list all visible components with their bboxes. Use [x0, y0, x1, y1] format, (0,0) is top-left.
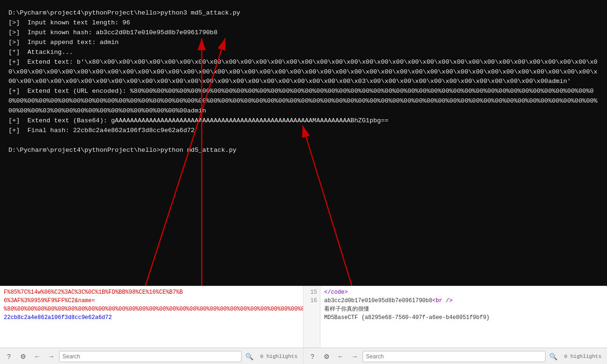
right-settings-button[interactable]: ⚙: [320, 350, 333, 363]
code-hash: ab3cc2d0b17e010e95d8b7e0961790b8: [324, 297, 432, 304]
terminal-line-11: D:\Pycharm\project4\pythonProject\hello>…: [8, 146, 599, 156]
right-forward-button[interactable]: →: [349, 350, 361, 363]
left-text-red2: 6%3AF%3%9959%F9%FF%C2&name=%80%00%00%00%…: [4, 297, 303, 312]
code-tag-1: </code>: [324, 289, 348, 296]
line-numbers: 15 16: [304, 286, 320, 348]
terminal-line-9: [+] Final hash: 22cb8c2a4e862a106f3d8cc9…: [8, 126, 599, 136]
code-ctf: MD5BaseCTF {a8295e68-7560-407f-a6ee-b4e8…: [324, 314, 490, 321]
terminal-line-6: [+] Extend text: b'\x80\x00\x00\x00\x00\…: [8, 58, 599, 87]
right-code-line2: ab3cc2d0b17e010e95d8b7e0961790b8<br />: [324, 297, 603, 305]
left-help-button[interactable]: ?: [3, 350, 15, 363]
right-content: 15 16 </code> ab3cc2d0b17e010e95d8b7e096…: [304, 286, 607, 348]
terminal-line-blank: [8, 136, 599, 146]
terminal: D:\Pycharm\project4\pythonProject\hello>…: [0, 0, 607, 286]
panel-right: 15 16 </code> ab3cc2d0b17e010e95d8b7e096…: [304, 286, 607, 364]
right-search-input[interactable]: [363, 351, 546, 362]
left-toolbar: ? ⚙ ← → 🔍 0 highlights: [0, 348, 303, 364]
panel-left: F%85%7C%14w%06%C2%3AC%3C%0C%1B%FD%BB%98%…: [0, 286, 304, 364]
terminal-line-8: [+] Extend text (Base64): gAAAAAAAAAAAAA…: [8, 116, 599, 126]
right-help-button[interactable]: ?: [306, 350, 319, 363]
left-content: F%85%7C%14w%06%C2%3AC%3C%0C%1B%FD%BB%98%…: [0, 286, 303, 348]
left-search-input[interactable]: [59, 351, 242, 362]
terminal-line-4: [>] Input append text: admin: [8, 38, 599, 48]
right-code-line1: </code>: [324, 288, 603, 297]
left-highlights-badge: 0 highlights: [258, 354, 300, 359]
right-back-button[interactable]: ←: [334, 350, 347, 363]
line-number-15: 15: [306, 288, 317, 297]
left-search-button[interactable]: 🔍: [243, 350, 256, 363]
left-text-red1: F%85%7C%14w%06%C2%3AC%3C%0C%1B%FD%BB%98%…: [4, 289, 183, 296]
terminal-line-2: [>] Input known text length: 96: [8, 18, 599, 28]
line-number-spacer2: [306, 313, 317, 322]
line-number-16: 16: [306, 297, 317, 305]
left-settings-button[interactable]: ⚙: [17, 350, 29, 363]
terminal-line-7: [+] Extend text (URL encoded): %80%00%00…: [8, 87, 599, 116]
line-number-spacer: [306, 305, 317, 313]
right-code-line3: 看样子你真的很懂: [324, 305, 603, 313]
right-code-line4: MD5BaseCTF {a8295e68-7560-407f-a6ee-b4e8…: [324, 313, 603, 322]
left-back-button[interactable]: ←: [31, 350, 43, 363]
code-br: <br />: [432, 297, 452, 304]
terminal-line-1: D:\Pycharm\project4\pythonProject\hello>…: [8, 8, 599, 18]
bottom-panel: F%85%7C%14w%06%C2%3AC%3C%0C%1B%FD%BB%98%…: [0, 286, 607, 364]
terminal-line-3: [>] Input known hash: ab3cc2d0b17e010e95…: [8, 28, 599, 38]
right-toolbar: ? ⚙ ← → 🔍 0 highlights: [304, 348, 607, 364]
right-highlights-badge: 0 highlights: [561, 354, 604, 359]
left-forward-button[interactable]: →: [45, 350, 57, 363]
right-code: </code> ab3cc2d0b17e010e95d8b7e0961790b8…: [320, 286, 607, 348]
code-chinese: 看样子你真的很懂: [324, 306, 369, 312]
right-search-button[interactable]: 🔍: [547, 350, 560, 363]
terminal-line-5: [*] Attacking...: [8, 48, 599, 58]
